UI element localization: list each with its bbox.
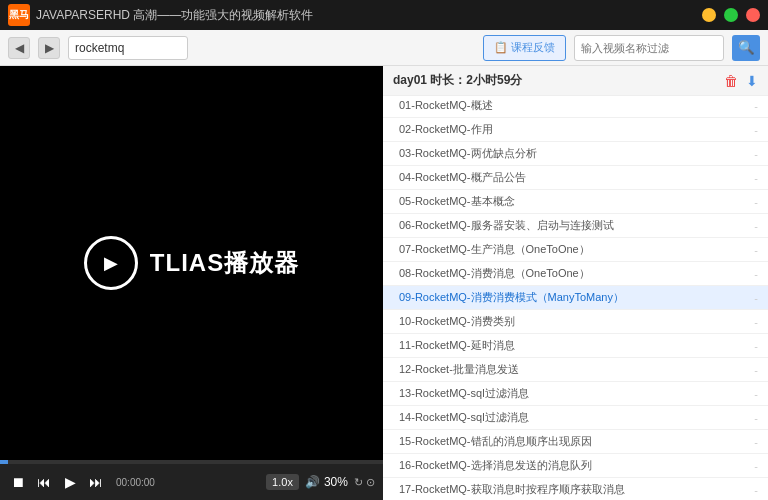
- item-text: 10-RocketMQ-消费类别: [399, 314, 748, 329]
- player-brand: TLIAS播放器: [150, 247, 299, 279]
- main-content: ▶ TLIAS播放器 ⏹ ⏮ ▶ ⏭ 00:00:00 1.0x 🔊 30% ↻…: [0, 66, 768, 500]
- volume-level: 30%: [324, 475, 348, 489]
- playlist-item[interactable]: 03-RocketMQ-两优缺点分析-: [383, 142, 768, 166]
- item-separator: -: [754, 244, 758, 256]
- playlist-item[interactable]: 11-RocketMQ-延时消息-: [383, 334, 768, 358]
- item-separator: -: [754, 460, 758, 472]
- url-input[interactable]: [68, 36, 188, 60]
- playlist-item[interactable]: 13-RocketMQ-sql过滤消息-: [383, 382, 768, 406]
- search-icon: 🔍: [738, 40, 755, 55]
- item-text: 13-RocketMQ-sql过滤消息: [399, 386, 748, 401]
- maximize-button[interactable]: [724, 8, 738, 22]
- player-logo: ▶ TLIAS播放器: [84, 236, 299, 290]
- playlist-item[interactable]: 08-RocketMQ-消费消息（OneToOne）-: [383, 262, 768, 286]
- item-text: 15-RocketMQ-错乱的消息顺序出现原因: [399, 434, 748, 449]
- title-bar: 黑马 JAVAPARSERHD 高潮——功能强大的视频解析软件: [0, 0, 768, 30]
- search-button[interactable]: 🔍: [732, 35, 760, 61]
- play-button[interactable]: ▶: [60, 474, 80, 490]
- item-text: 08-RocketMQ-消费消息（OneToOne）: [399, 266, 748, 281]
- playlist-item[interactable]: 09-RocketMQ-消费消费模式（ManyToMany）-: [383, 286, 768, 310]
- playlist-item[interactable]: 17-RocketMQ-获取消息时按程序顺序获取消息-: [383, 478, 768, 500]
- playlist-item[interactable]: 07-RocketMQ-生产消息（OneToOne）-: [383, 238, 768, 262]
- item-text: 11-RocketMQ-延时消息: [399, 338, 748, 353]
- minimize-button[interactable]: [702, 8, 716, 22]
- item-separator: -: [754, 196, 758, 208]
- item-text: 09-RocketMQ-消费消费模式（ManyToMany）: [399, 290, 748, 305]
- item-separator: -: [754, 268, 758, 280]
- back-button[interactable]: ◀: [8, 37, 30, 59]
- close-button[interactable]: [746, 8, 760, 22]
- item-text: 17-RocketMQ-获取消息时按程序顺序获取消息: [399, 482, 748, 497]
- day1-title: day01 时长：2小时59分: [393, 72, 716, 89]
- feedback-button[interactable]: 📋 课程反馈: [483, 35, 566, 61]
- item-text: 02-RocketMQ-作用: [399, 122, 748, 137]
- playlist-item[interactable]: 04-RocketMQ-概产品公告-: [383, 166, 768, 190]
- playlist-item[interactable]: 14-RocketMQ-sql过滤消息-: [383, 406, 768, 430]
- day1-items: 01-RocketMQ-概述-02-RocketMQ-作用-03-RocketM…: [383, 96, 768, 500]
- app-logo: 黑马: [8, 4, 30, 26]
- playlist-item[interactable]: 06-RocketMQ-服务器安装、启动与连接测试-: [383, 214, 768, 238]
- playlist-item[interactable]: 02-RocketMQ-作用-: [383, 118, 768, 142]
- playlist-item[interactable]: 01-RocketMQ-概述-: [383, 96, 768, 118]
- filter-input[interactable]: [574, 35, 724, 61]
- item-separator: -: [754, 220, 758, 232]
- next-button[interactable]: ⏭: [86, 474, 106, 490]
- day1-actions: 🗑 ⬇: [724, 73, 758, 89]
- day1-download-icon[interactable]: ⬇: [746, 73, 758, 89]
- item-text: 06-RocketMQ-服务器安装、启动与连接测试: [399, 218, 748, 233]
- volume-icon[interactable]: 🔊: [305, 475, 320, 489]
- playlist-item[interactable]: 12-Rocket-批量消息发送-: [383, 358, 768, 382]
- item-separator: -: [754, 436, 758, 448]
- item-separator: -: [754, 148, 758, 160]
- item-text: 03-RocketMQ-两优缺点分析: [399, 146, 748, 161]
- logo-circle: ▶: [84, 236, 138, 290]
- playlist-item[interactable]: 05-RocketMQ-基本概念-: [383, 190, 768, 214]
- item-text: 07-RocketMQ-生产消息（OneToOne）: [399, 242, 748, 257]
- item-text: 01-RocketMQ-概述: [399, 98, 748, 113]
- progress-bar[interactable]: [0, 460, 383, 464]
- progress-filled: [0, 460, 8, 464]
- time-display: 00:00:00: [116, 477, 155, 488]
- forward-button[interactable]: ▶: [38, 37, 60, 59]
- stop-button[interactable]: ⏹: [8, 474, 28, 490]
- item-separator: -: [754, 172, 758, 184]
- speed-button[interactable]: 1.0x: [266, 474, 299, 490]
- playlist: day01 时长：2小时59分 🗑 ⬇ 01-RocketMQ-概述-02-Ro…: [383, 66, 768, 500]
- item-separator: -: [754, 292, 758, 304]
- player-controls: ⏹ ⏮ ▶ ⏭ 00:00:00 1.0x 🔊 30% ↻ ⊙: [0, 464, 383, 500]
- item-separator: -: [754, 388, 758, 400]
- item-separator: -: [754, 124, 758, 136]
- volume-control: 🔊 30%: [305, 475, 348, 489]
- item-text: 05-RocketMQ-基本概念: [399, 194, 748, 209]
- app-title: JAVAPARSERHD 高潮——功能强大的视频解析软件: [36, 7, 313, 24]
- item-text: 12-Rocket-批量消息发送: [399, 362, 748, 377]
- window-controls: [702, 8, 760, 22]
- day1-header: day01 时长：2小时59分 🗑 ⬇: [383, 66, 768, 96]
- item-text: 16-RocketMQ-选择消息发送的消息队列: [399, 458, 748, 473]
- item-text: 14-RocketMQ-sql过滤消息: [399, 410, 748, 425]
- video-area[interactable]: ▶ TLIAS播放器: [0, 66, 383, 460]
- item-separator: -: [754, 412, 758, 424]
- playlist-item[interactable]: 15-RocketMQ-错乱的消息顺序出现原因-: [383, 430, 768, 454]
- item-separator: -: [754, 340, 758, 352]
- logo-area: 黑马 JAVAPARSERHD 高潮——功能强大的视频解析软件: [8, 4, 702, 26]
- day1-delete-icon[interactable]: 🗑: [724, 73, 738, 89]
- item-separator: -: [754, 364, 758, 376]
- playlist-item[interactable]: 10-RocketMQ-消费类别-: [383, 310, 768, 334]
- item-separator: -: [754, 484, 758, 496]
- prev-button[interactable]: ⏮: [34, 474, 54, 490]
- item-separator: -: [754, 316, 758, 328]
- video-player: ▶ TLIAS播放器 ⏹ ⏮ ▶ ⏭ 00:00:00 1.0x 🔊 30% ↻…: [0, 66, 383, 500]
- item-separator: -: [754, 100, 758, 112]
- playlist-scroll[interactable]: 01-RocketMQ-概述-02-RocketMQ-作用-03-RocketM…: [383, 96, 768, 500]
- item-text: 04-RocketMQ-概产品公告: [399, 170, 748, 185]
- toolbar: ◀ ▶ 📋 课程反馈 🔍: [0, 30, 768, 66]
- playlist-item[interactable]: 16-RocketMQ-选择消息发送的消息队列-: [383, 454, 768, 478]
- loop-button[interactable]: ↻ ⊙: [354, 476, 375, 489]
